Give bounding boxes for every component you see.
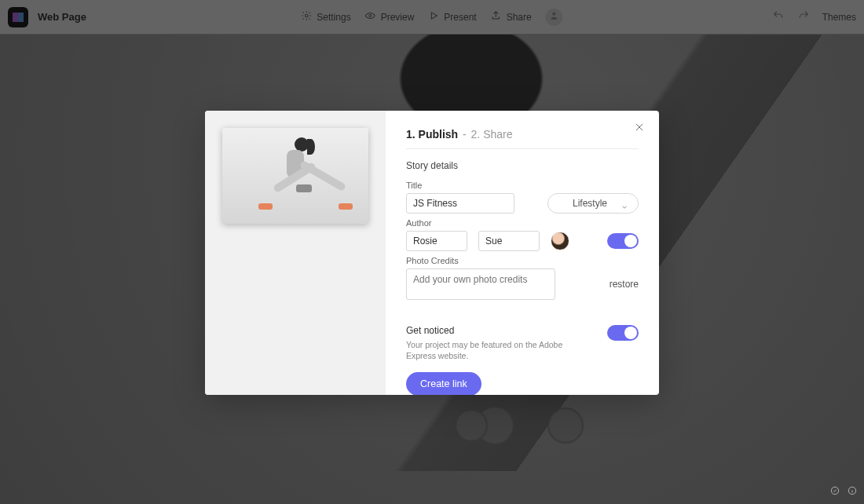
title-input[interactable] xyxy=(406,193,514,214)
author-visibility-toggle[interactable] xyxy=(607,233,639,249)
status-icons xyxy=(829,485,858,499)
close-icon xyxy=(634,122,645,136)
story-thumbnail xyxy=(222,128,368,224)
category-select[interactable]: Lifestyle xyxy=(547,193,639,214)
publish-modal-form-pane: 1. Publish - 2. Share Story details Titl… xyxy=(386,111,659,395)
author-label: Author xyxy=(406,218,639,228)
info-icon[interactable] xyxy=(847,485,858,499)
author-input-1[interactable] xyxy=(406,231,467,251)
step-share[interactable]: 2. Share xyxy=(471,128,513,141)
photo-credits-label: Photo Credits xyxy=(406,256,639,265)
sync-status-icon[interactable] xyxy=(829,485,840,499)
create-link-button[interactable]: Create link xyxy=(406,372,481,395)
title-row: Lifestyle xyxy=(406,193,639,214)
publish-steps: 1. Publish - 2. Share xyxy=(406,128,639,149)
story-details-heading: Story details xyxy=(406,160,639,171)
title-label: Title xyxy=(406,181,639,190)
author-input-2[interactable] xyxy=(478,231,540,251)
publish-modal-preview-pane xyxy=(205,111,386,395)
author-avatar[interactable] xyxy=(551,232,569,250)
publish-modal: 1. Publish - 2. Share Story details Titl… xyxy=(205,111,659,395)
photo-credits-row: restore xyxy=(406,268,639,300)
get-noticed-row: Get noticed Your project may be featured… xyxy=(406,325,639,361)
step-separator: - xyxy=(463,128,467,141)
author-row xyxy=(406,231,639,251)
category-selected-label: Lifestyle xyxy=(573,198,607,209)
close-button[interactable] xyxy=(632,122,646,136)
get-noticed-subtext: Your project may be featured on the Adob… xyxy=(406,339,563,361)
restore-button[interactable]: restore xyxy=(610,279,639,290)
step-publish[interactable]: 1. Publish xyxy=(406,128,458,141)
get-noticed-heading: Get noticed xyxy=(406,325,563,336)
photo-credits-input[interactable] xyxy=(406,268,555,300)
get-noticed-toggle[interactable] xyxy=(607,325,639,341)
